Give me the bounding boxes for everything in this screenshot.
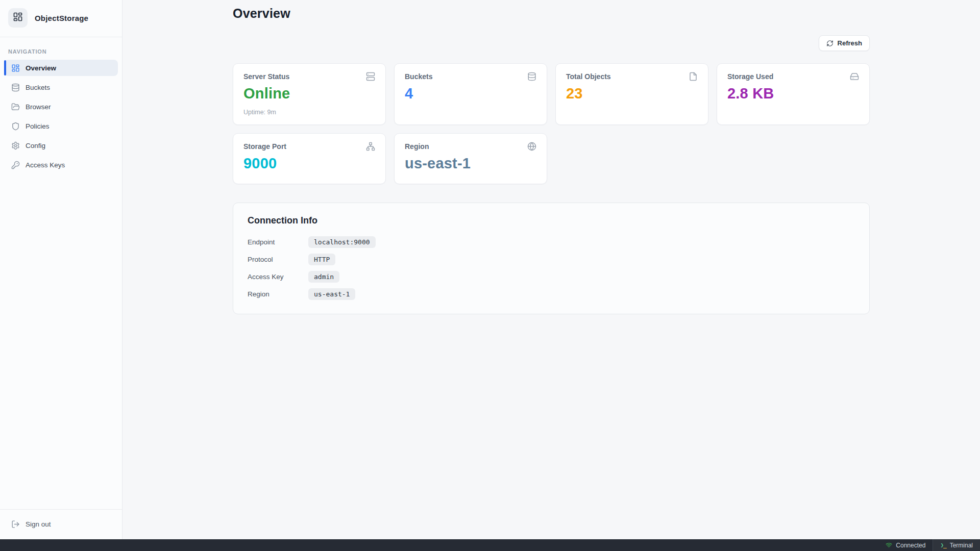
database-icon bbox=[11, 83, 20, 92]
dashboard-icon bbox=[13, 12, 23, 24]
app-title: ObjectStorage bbox=[35, 14, 88, 22]
connection-info-panel: Connection Info Endpoint localhost:9000 … bbox=[233, 203, 870, 314]
app-logo-icon bbox=[8, 8, 28, 28]
server-icon bbox=[366, 72, 375, 81]
stat-card-subtext: Uptime: 9m bbox=[243, 109, 375, 116]
connection-info-value: admin bbox=[308, 271, 339, 283]
connection-info-value: us-east-1 bbox=[308, 288, 355, 300]
terminal-label: Terminal bbox=[950, 542, 973, 549]
sign-out-button[interactable]: Sign out bbox=[4, 516, 118, 532]
status-bar: Connected ❯_ Terminal bbox=[0, 539, 980, 551]
connection-info-label: Endpoint bbox=[248, 238, 308, 246]
connection-info-row: Protocol HTTP bbox=[248, 253, 855, 266]
stat-card-total-objects: Total Objects 23 bbox=[555, 63, 708, 125]
logout-icon bbox=[11, 520, 20, 529]
nav-list: Overview Buckets Browser Policies Config… bbox=[0, 60, 122, 173]
stat-card-value: us-east-1 bbox=[405, 155, 536, 172]
sidebar-spacer bbox=[0, 173, 122, 509]
connection-info-row: Region us-east-1 bbox=[248, 287, 855, 300]
sidebar-item-label: Policies bbox=[26, 122, 50, 130]
connection-info-label: Region bbox=[248, 290, 308, 298]
stat-card-value: 2.8 KB bbox=[727, 85, 859, 102]
sidebar-item-overview[interactable]: Overview bbox=[4, 60, 118, 76]
stat-card-storage-port: Storage Port 9000 bbox=[233, 133, 386, 184]
connection-info-row: Endpoint localhost:9000 bbox=[248, 235, 855, 248]
stat-card-label: Storage Port bbox=[243, 142, 286, 151]
refresh-icon bbox=[826, 40, 834, 47]
sidebar-item-buckets[interactable]: Buckets bbox=[4, 79, 118, 95]
sidebar-item-config[interactable]: Config bbox=[4, 137, 118, 154]
connection-info-label: Protocol bbox=[248, 256, 308, 263]
stat-card-buckets: Buckets 4 bbox=[394, 63, 547, 125]
app-logo: ObjectStorage bbox=[0, 0, 122, 37]
dashboard-icon bbox=[11, 64, 20, 72]
terminal-prompt-icon: ❯_ bbox=[940, 542, 946, 548]
globe-icon bbox=[527, 142, 536, 151]
stat-card-value: 4 bbox=[405, 85, 536, 102]
nav-section-label: NAVIGATION bbox=[0, 37, 122, 60]
sidebar-item-label: Access Keys bbox=[26, 161, 65, 169]
active-indicator-bar bbox=[4, 60, 6, 76]
sidebar-item-label: Browser bbox=[26, 103, 51, 111]
refresh-label: Refresh bbox=[838, 39, 862, 47]
stat-card-value: 9000 bbox=[243, 155, 375, 172]
stat-card-label: Total Objects bbox=[566, 72, 611, 81]
connection-info-value: localhost:9000 bbox=[308, 236, 376, 248]
connection-status-label: Connected bbox=[896, 542, 925, 549]
sidebar-item-policies[interactable]: Policies bbox=[4, 118, 118, 134]
refresh-button[interactable]: Refresh bbox=[819, 35, 870, 51]
stat-card-label: Server Status bbox=[243, 72, 289, 81]
toolbar: Refresh bbox=[233, 35, 870, 51]
main-area: Overview Refresh Server Status Online Up… bbox=[122, 0, 980, 539]
network-icon bbox=[366, 142, 375, 151]
connection-info-title: Connection Info bbox=[248, 215, 855, 226]
sidebar-item-label: Overview bbox=[26, 64, 56, 72]
connection-info-label: Access Key bbox=[248, 273, 308, 281]
sidebar-item-label: Config bbox=[26, 142, 45, 149]
gear-icon bbox=[11, 141, 20, 150]
connection-info-value: HTTP bbox=[308, 254, 335, 265]
sign-out-label: Sign out bbox=[26, 520, 51, 528]
app-window: ObjectStorage NAVIGATION Overview Bucket… bbox=[0, 0, 980, 539]
connection-info-rows: Endpoint localhost:9000 Protocol HTTP Ac… bbox=[248, 235, 855, 300]
folder-open-icon bbox=[11, 103, 20, 111]
stat-card-storage-used: Storage Used 2.8 KB bbox=[717, 63, 870, 125]
stat-card-server-status: Server Status Online Uptime: 9m bbox=[233, 63, 386, 125]
signout-section: Sign out bbox=[0, 509, 122, 539]
database-icon bbox=[527, 72, 536, 81]
stat-card-region: Region us-east-1 bbox=[394, 133, 547, 184]
key-icon bbox=[11, 161, 20, 169]
sidebar-item-access-keys[interactable]: Access Keys bbox=[4, 157, 118, 173]
stat-card-label: Region bbox=[405, 142, 429, 151]
connection-info-row: Access Key admin bbox=[248, 270, 855, 283]
stat-card-value: 23 bbox=[566, 85, 698, 102]
content-container: Overview Refresh Server Status Online Up… bbox=[233, 0, 870, 314]
file-icon bbox=[689, 72, 698, 81]
sidebar-item-label: Buckets bbox=[26, 84, 50, 91]
stat-card-value: Online bbox=[243, 85, 375, 102]
terminal-button[interactable]: ❯_ Terminal bbox=[933, 539, 980, 551]
page-title: Overview bbox=[233, 6, 870, 21]
stat-card-label: Storage Used bbox=[727, 72, 773, 81]
shield-icon bbox=[11, 122, 20, 131]
sidebar: ObjectStorage NAVIGATION Overview Bucket… bbox=[0, 0, 122, 539]
hard-drive-icon bbox=[850, 72, 859, 81]
stat-cards-grid: Server Status Online Uptime: 9m Buckets … bbox=[233, 63, 870, 184]
wifi-icon bbox=[886, 542, 892, 548]
connection-status: Connected bbox=[878, 539, 933, 551]
sidebar-item-browser[interactable]: Browser bbox=[4, 98, 118, 115]
stat-card-label: Buckets bbox=[405, 72, 432, 81]
